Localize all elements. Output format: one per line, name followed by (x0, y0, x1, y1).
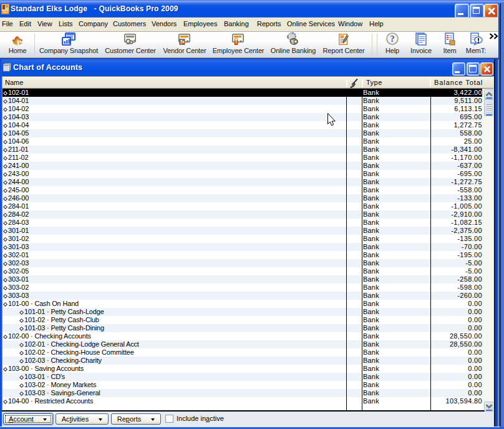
svg-text:?: ? (390, 34, 395, 44)
